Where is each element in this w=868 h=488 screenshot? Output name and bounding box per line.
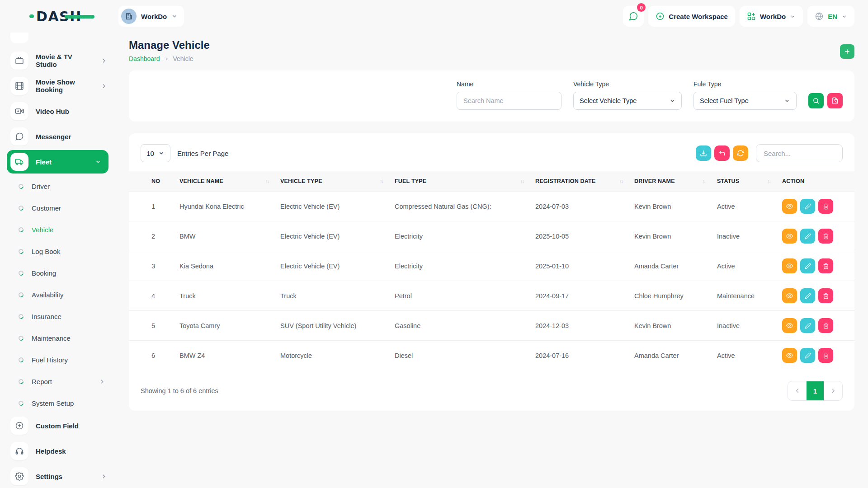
cell-vehicle-name: Hyundai Kona Electric [179, 192, 280, 221]
column-header-driver-name[interactable]: DRIVER NAME↑↓ [634, 171, 717, 192]
headphones-icon [10, 442, 28, 460]
bullet-icon [18, 356, 24, 363]
pagination-next-button[interactable] [824, 381, 842, 400]
entries-per-page-select[interactable]: 10 [141, 144, 170, 162]
bullet-icon [18, 378, 24, 385]
messages-button[interactable]: 0 [623, 6, 644, 27]
fuel-type-select[interactable]: Select Fuel Type [693, 92, 797, 110]
table-row: 5 Toyota Camry SUV (Sport Utility Vehicl… [129, 311, 854, 341]
bullet-icon [18, 291, 24, 298]
cell-status: Inactive [717, 221, 782, 251]
sort-icon: ↑↓ [619, 178, 623, 184]
edit-button[interactable] [800, 288, 815, 303]
view-button[interactable] [782, 348, 797, 363]
chevron-down-icon [95, 159, 101, 165]
sidebar-item-movie-show-booking[interactable]: Movie Show Booking [7, 74, 118, 98]
table-search-input[interactable] [756, 144, 843, 162]
view-button[interactable] [782, 199, 797, 214]
sidebar-item-label: Customer [32, 204, 61, 212]
delete-button[interactable] [818, 199, 833, 214]
dash-logo[interactable]: DASH [36, 9, 82, 24]
cell-status: Active [717, 251, 782, 281]
sidebar-subitem-log-book[interactable]: Log Book [7, 240, 118, 262]
sidebar-item-fleet[interactable]: Fleet [7, 150, 108, 174]
pagination-page-1[interactable]: 1 [807, 381, 824, 400]
entries-per-page-label: Entries Per Page [177, 150, 228, 157]
apply-filter-button[interactable] [808, 93, 824, 108]
sidebar-item-video-hub[interactable]: Video Hub [7, 99, 118, 123]
column-header-fuel-type[interactable]: FUEL TYPE↑↓ [395, 171, 535, 192]
edit-button[interactable] [800, 229, 815, 244]
app-switcher-button[interactable]: WorkDo [740, 6, 803, 27]
sidebar-item-label: System Setup [32, 399, 74, 407]
cell-registration-date: 2024-09-17 [535, 281, 634, 311]
chevron-right-icon [99, 379, 105, 385]
sidebar-subitem-insurance[interactable]: Insurance [7, 305, 118, 327]
vehicle-type-select-value: Select Vehicle Type [580, 97, 637, 104]
edit-button[interactable] [800, 258, 815, 273]
eye-icon [786, 203, 793, 210]
view-button[interactable] [782, 318, 797, 333]
column-header-vehicle-name[interactable]: VEHICLE NAME↑↓ [179, 171, 280, 192]
pagination-prev-button[interactable] [788, 381, 807, 400]
cell-vehicle-type: Electric Vehicle (EV) [280, 221, 395, 251]
cell-no: 5 [129, 311, 179, 341]
create-workspace-button[interactable]: Create Workspace [648, 6, 735, 27]
column-header-action: ACTION [782, 171, 854, 192]
chat-bubble-icon [10, 127, 28, 145]
sidebar-subitem-availability[interactable]: Availability [7, 284, 118, 305]
language-selector[interactable]: EN [807, 6, 854, 27]
reset-filter-button[interactable] [827, 93, 843, 108]
messages-badge: 0 [637, 3, 646, 12]
sidebar-item-label: Custom Field [36, 422, 79, 430]
sidebar-item-settings[interactable]: Settings [7, 465, 118, 488]
name-search-input[interactable] [457, 92, 561, 110]
sidebar-item-label: Fleet [36, 158, 52, 166]
undo-button[interactable] [714, 145, 730, 161]
sidebar-subitem-system-setup[interactable]: System Setup [7, 392, 118, 414]
vehicle-table: NO VEHICLE NAME↑↓ VEHICLE TYPE↑↓ FUEL TY… [129, 171, 854, 370]
delete-button[interactable] [818, 288, 833, 303]
sidebar-item-label: Insurance [32, 313, 61, 320]
sidebar-subitem-driver[interactable]: Driver [7, 175, 118, 197]
pencil-icon [805, 352, 811, 359]
filter-card: Name Vehicle Type Select Vehicle Type Fu… [129, 70, 854, 122]
vehicle-type-filter-label: Vehicle Type [573, 80, 682, 88]
breadcrumb-dashboard-link[interactable]: Dashboard [129, 55, 160, 62]
edit-button[interactable] [800, 199, 815, 214]
column-header-vehicle-type[interactable]: VEHICLE TYPE↑↓ [280, 171, 395, 192]
edit-button[interactable] [800, 348, 815, 363]
cell-vehicle-name: BMW [179, 221, 280, 251]
vehicle-type-select[interactable]: Select Vehicle Type [573, 92, 682, 110]
table-header-row: NO VEHICLE NAME↑↓ VEHICLE TYPE↑↓ FUEL TY… [129, 171, 854, 192]
sidebar-subitem-fuel-history[interactable]: Fuel History [7, 349, 118, 371]
column-header-status[interactable]: STATUS↑↓ [717, 171, 782, 192]
view-button[interactable] [782, 288, 797, 303]
view-button[interactable] [782, 229, 797, 244]
sidebar-subitem-customer[interactable]: Customer [7, 197, 118, 219]
export-button[interactable] [696, 145, 711, 161]
sidebar-subitem-maintenance[interactable]: Maintenance [7, 327, 118, 349]
bullet-icon [18, 334, 24, 341]
sidebar-subitem-vehicle[interactable]: Vehicle [7, 219, 118, 240]
refresh-button[interactable] [733, 145, 748, 161]
column-header-registration-date[interactable]: REGISTRATION DATE↑↓ [535, 171, 634, 192]
breadcrumb: Dashboard Vehicle [129, 55, 210, 62]
view-button[interactable] [782, 258, 797, 273]
sidebar-subitem-booking[interactable]: Booking [7, 262, 118, 284]
delete-button[interactable] [818, 318, 833, 333]
chevron-left-icon [794, 388, 801, 394]
add-vehicle-button[interactable] [840, 44, 854, 59]
sort-icon: ↑↓ [380, 178, 383, 184]
sidebar-subitem-report[interactable]: Report [7, 371, 118, 392]
workspace-switcher[interactable]: WorkDo [118, 6, 184, 27]
sidebar-item-custom-field[interactable]: Custom Field [7, 414, 118, 437]
entries-summary: Showing 1 to 6 of 6 entries [141, 387, 218, 394]
delete-button[interactable] [818, 258, 833, 273]
delete-button[interactable] [818, 348, 833, 363]
edit-button[interactable] [800, 318, 815, 333]
delete-button[interactable] [818, 229, 833, 244]
sidebar-item-helpdesk[interactable]: Helpdesk [7, 439, 118, 463]
sidebar-item-messenger[interactable]: Messenger [7, 125, 118, 148]
sidebar-item-movie-tv-studio[interactable]: Movie & TV Studio [7, 49, 118, 72]
